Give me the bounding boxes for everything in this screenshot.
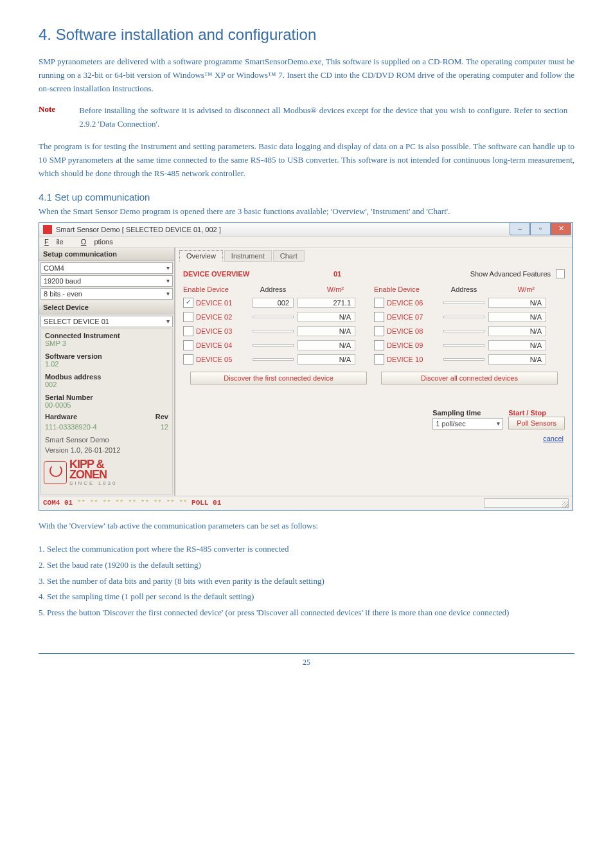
device-row: DEVICE 08N/A <box>374 324 565 338</box>
device-row: DEVICE 06N/A <box>374 296 565 310</box>
address-header: Address <box>254 285 292 293</box>
discover-all-button[interactable]: Discover all connected devices <box>381 372 558 384</box>
device-value: N/A <box>298 312 355 322</box>
device-checkbox[interactable] <box>374 312 384 322</box>
tab-instrument[interactable]: Instrument <box>224 250 272 262</box>
subsection-title: 4.1 Set up communication <box>39 192 574 203</box>
device-name: DEVICE 03 <box>196 327 253 335</box>
device-checkbox[interactable] <box>374 354 384 365</box>
device-checkbox[interactable] <box>374 340 384 350</box>
logo-block: KIPP & ZONEN SINCE 1830 <box>41 455 172 491</box>
device-row: DEVICE 10N/A <box>374 352 565 366</box>
list-item: 3. Set the number of data bits and parit… <box>39 574 574 590</box>
device-value: N/A <box>298 354 355 365</box>
device-checkbox[interactable]: ✓ <box>183 298 193 308</box>
menu-file[interactable]: File <box>44 238 71 246</box>
device-overview-label: DEVICE OVERVIEW <box>183 265 312 283</box>
device-name: DEVICE 06 <box>387 299 443 307</box>
device-address-input[interactable] <box>443 344 484 347</box>
status-poll: POLL 01 <box>187 499 221 507</box>
menu-options[interactable]: Options <box>81 238 113 246</box>
note-block: Note Before installing the software it i… <box>39 104 574 131</box>
modbus-address-value: 002 <box>41 381 172 391</box>
device-value: N/A <box>488 312 546 322</box>
device-checkbox[interactable] <box>374 326 384 336</box>
minimize-button[interactable]: – <box>510 223 530 235</box>
wm2-header: W/m² <box>483 285 542 293</box>
baud-select[interactable]: 19200 baud <box>40 275 173 287</box>
close-button[interactable]: ✕ <box>551 223 571 235</box>
device-row: DEVICE 07N/A <box>374 310 565 324</box>
software-version-label: Software version <box>41 350 172 360</box>
start-stop-label: Start / Stop <box>508 409 565 417</box>
show-advanced-label: Show Advanced Features <box>470 270 551 278</box>
logo-text-2: ZONEN <box>69 469 117 480</box>
device-checkbox[interactable] <box>183 312 193 322</box>
progress-bar <box>484 498 569 508</box>
device-address-input[interactable] <box>253 316 294 318</box>
titlebar: Smart Sensor Demo [ SELECTED DEVICE 01, … <box>39 223 573 237</box>
paragraph: SMP pyranometers are delivered with a so… <box>39 55 574 95</box>
window-title: Smart Sensor Demo [ SELECTED DEVICE 01, … <box>56 226 221 233</box>
device-address-input[interactable] <box>443 358 484 361</box>
rev-label: Rev <box>143 413 168 420</box>
hardware-value: 111-03338920-4 <box>45 423 143 431</box>
device-row: DEVICE 05N/A <box>183 352 374 366</box>
device-address-input[interactable]: 002 <box>253 298 294 308</box>
cancel-link[interactable]: cancel <box>543 435 564 442</box>
device-value: N/A <box>298 326 355 336</box>
device-checkbox[interactable] <box>183 326 193 336</box>
app-window: Smart Sensor Demo [ SELECTED DEVICE 01, … <box>39 222 573 510</box>
list-item: 2. Set the baud rate (19200 is the defau… <box>39 557 574 574</box>
page-footer: 25 <box>39 653 574 667</box>
device-address-input[interactable] <box>443 316 484 318</box>
status-stars: ** ** ** ** ** ** ** ** ** <box>77 499 188 507</box>
tab-overview[interactable]: Overview <box>179 250 223 262</box>
device-row: DEVICE 09N/A <box>374 338 565 352</box>
device-value: N/A <box>488 354 546 365</box>
list-item: 4. Set the sampling time (1 poll per sec… <box>39 589 574 605</box>
resize-grip-icon[interactable] <box>562 502 569 508</box>
paragraph: With the 'Overview' tab active the commu… <box>39 520 574 533</box>
device-checkbox[interactable] <box>183 354 193 365</box>
discover-first-button[interactable]: Discover the first connected device <box>190 372 367 384</box>
device-address-input[interactable] <box>443 302 484 304</box>
device-name: DEVICE 10 <box>387 356 443 363</box>
com-port-select[interactable]: COM4 <box>40 262 173 274</box>
steps-list: 1. Select the communication port where t… <box>39 541 574 620</box>
device-name: DEVICE 02 <box>196 313 253 321</box>
parity-select[interactable]: 8 bits - even <box>40 288 173 300</box>
device-value: 271.1 <box>298 298 355 308</box>
main-panel: Overview Instrument Chart DEVICE OVERVIE… <box>175 248 573 495</box>
address-header: Address <box>445 285 483 293</box>
device-address-input[interactable] <box>253 344 294 347</box>
device-checkbox[interactable] <box>374 298 384 308</box>
sampling-time-label: Sampling time <box>432 409 503 417</box>
device-value: N/A <box>488 326 546 336</box>
logo-icon <box>44 461 67 484</box>
maximize-button[interactable]: ▫ <box>530 223 551 235</box>
note-label: Note <box>39 104 77 114</box>
demo-name: Smart Sensor Demo <box>41 435 172 445</box>
demo-version: Version 1.0, 26-01-2012 <box>41 445 172 455</box>
section-title: 4. Software installation and configurati… <box>39 26 574 44</box>
device-value: N/A <box>488 340 546 350</box>
software-version-value: 1.02 <box>41 360 172 370</box>
device-row: DEVICE 03N/A <box>183 324 374 338</box>
device-value: N/A <box>298 340 355 350</box>
device-address-input[interactable] <box>443 330 484 332</box>
device-address-input[interactable] <box>253 358 294 361</box>
device-checkbox[interactable] <box>183 340 193 350</box>
device-name: DEVICE 09 <box>387 341 443 349</box>
select-device-dropdown[interactable]: SELECT DEVICE 01 <box>40 316 173 327</box>
device-address-input[interactable] <box>253 330 294 332</box>
sampling-time-select[interactable]: 1 poll/sec <box>432 418 503 429</box>
page-number: 25 <box>303 658 310 667</box>
poll-sensors-button[interactable]: Poll Sensors <box>508 417 565 429</box>
show-advanced-checkbox[interactable] <box>556 269 565 278</box>
tab-chart[interactable]: Chart <box>273 250 305 262</box>
select-device-header: Select Device <box>39 301 174 314</box>
paragraph: When the Smart Sensor Demo program is op… <box>39 205 574 219</box>
device-name: DEVICE 08 <box>387 327 443 335</box>
status-prefix: COM4 01 <box>43 499 77 507</box>
